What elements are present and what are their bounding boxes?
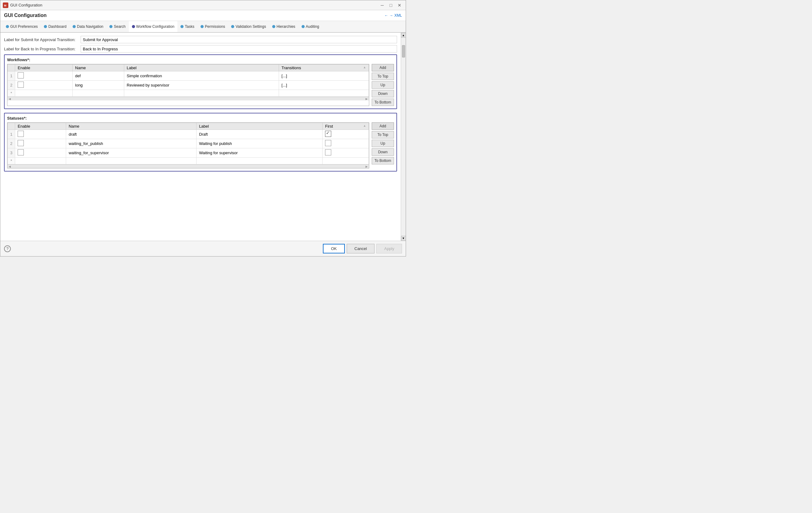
scroll-up-arrow[interactable]: ▲ [401, 33, 406, 38]
tab-search[interactable]: Search [106, 21, 128, 33]
workflows-row1-enable[interactable] [15, 72, 72, 81]
tab-dot-dashboard [44, 25, 47, 28]
statuses-col-first: First ▲ [323, 123, 369, 130]
statuses-row3-first-checkbox[interactable] [325, 149, 331, 155]
table-row: 1 draft Draft [8, 130, 369, 139]
workflows-grid-wrapper[interactable]: Enable Name Label Transiti [7, 64, 369, 106]
workflows-row2-checkbox[interactable] [18, 82, 24, 88]
tab-auditing[interactable]: Auditing [298, 21, 322, 33]
statuses-row3-name[interactable]: waiting_for_supervisor [66, 148, 197, 158]
workflows-horizontal-scrollbar[interactable]: ◀ ▶ [7, 97, 369, 101]
footer-bar: ? OK Cancel Apply [0, 241, 406, 256]
tab-validation-settings[interactable]: Validation Settings [228, 21, 269, 33]
statuses-table: Enable Name Label First [7, 123, 369, 164]
workflows-row1-name[interactable]: def [72, 72, 124, 81]
statuses-to-bottom-button[interactable]: To Bottom [372, 157, 394, 164]
nav-back-icon[interactable]: ← [384, 13, 388, 18]
workflows-section: Workflows*: Enable [4, 54, 397, 109]
tab-tasks[interactable]: Tasks [177, 21, 198, 33]
statuses-row2-checkbox[interactable] [18, 140, 24, 146]
tab-permissions[interactable]: Permissions [198, 21, 228, 33]
statuses-row3-first[interactable] [323, 148, 369, 158]
main-window: M GUI Configuration ─ □ ✕ GUI Configurat… [0, 0, 406, 256]
tab-hierarchies[interactable]: Hierarchies [269, 21, 298, 33]
statuses-row2-first-checkbox[interactable] [325, 140, 331, 146]
statuses-table-container: Enable Name Label First [7, 122, 394, 168]
nav-forward-icon[interactable]: → [389, 13, 393, 18]
xml-link[interactable]: XML [394, 13, 402, 18]
statuses-to-top-button[interactable]: To Top [372, 131, 394, 138]
workflows-row2-enable[interactable] [15, 81, 72, 90]
workflows-to-bottom-button[interactable]: To Bottom [372, 98, 394, 106]
statuses-row3-enable[interactable] [15, 148, 66, 158]
workflows-row1-num: 1 [8, 72, 15, 81]
statuses-row2-num: 2 [8, 139, 15, 148]
statuses-row1-label[interactable]: Draft [197, 130, 323, 139]
statuses-row3-checkbox[interactable] [18, 149, 24, 155]
main-scrollbar[interactable]: ▲ ▼ [401, 33, 406, 241]
workflows-up-button[interactable]: Up [372, 81, 394, 89]
workflows-row1-label[interactable]: Simple confirmation [124, 72, 279, 81]
close-button[interactable]: ✕ [396, 2, 403, 8]
table-row: * [8, 158, 369, 164]
minimize-button[interactable]: ─ [378, 2, 386, 8]
statuses-col-label: Label [197, 123, 323, 130]
title-bar: M GUI Configuration ─ □ ✕ [0, 0, 406, 10]
statuses-down-button[interactable]: Down [372, 148, 394, 156]
statuses-col-name: Name [66, 123, 197, 130]
tab-dot-auditing [301, 25, 304, 28]
statuses-row1-first[interactable] [323, 130, 369, 139]
workflows-col-rownum [8, 64, 15, 72]
statuses-row2-first[interactable] [323, 139, 369, 148]
statuses-scroll-right-icon: ▶ [366, 165, 368, 168]
tab-gui-preferences[interactable]: GUI Preferences [3, 21, 41, 33]
workflows-add-button[interactable]: Add [372, 64, 394, 72]
back-field-row: Label for Back to In Progress Transition… [4, 45, 397, 53]
statuses-title: Statuses*: [7, 116, 394, 120]
page-title: GUI Configuration [4, 13, 47, 18]
ok-button[interactable]: OK [323, 244, 345, 253]
statuses-horizontal-scrollbar[interactable]: ◀ ▶ [7, 164, 369, 168]
workflows-row1-transitions[interactable]: [...] [279, 72, 369, 81]
statuses-side-buttons: Add To Top Up Down To Bottom [372, 122, 394, 168]
workflows-row1-checkbox[interactable] [18, 72, 24, 79]
title-bar-controls: ─ □ ✕ [378, 2, 403, 8]
tab-workflow-configuration[interactable]: Workflow Configuration [129, 21, 178, 33]
tab-dashboard[interactable]: Dashboard [41, 21, 69, 33]
tabs-bar: GUI Preferences Dashboard Data Navigatio… [0, 21, 406, 33]
statuses-row2-enable[interactable] [15, 139, 66, 148]
statuses-row1-name[interactable]: draft [66, 130, 197, 139]
workflows-to-top-button[interactable]: To Top [372, 73, 394, 80]
submit-input[interactable] [81, 36, 397, 43]
back-input[interactable] [81, 45, 397, 53]
statuses-row3-label[interactable]: Waiting for supervisor [197, 148, 323, 158]
statuses-up-button[interactable]: Up [372, 140, 394, 147]
statuses-col-scroll-up: ▲ [363, 124, 366, 127]
scroll-thumb[interactable] [402, 45, 405, 57]
table-row: * [8, 90, 369, 97]
scroll-left-icon: ◀ [9, 97, 11, 101]
statuses-row1-enable[interactable] [15, 130, 66, 139]
workflows-title: Workflows*: [7, 57, 394, 62]
tab-dot-hierarchies [272, 25, 275, 28]
statuses-row1-checkbox[interactable] [18, 131, 24, 137]
scroll-down-arrow[interactable]: ▼ [401, 236, 406, 241]
workflows-down-button[interactable]: Down [372, 90, 394, 97]
tab-data-navigation[interactable]: Data Navigation [69, 21, 106, 33]
statuses-add-button[interactable]: Add [372, 122, 394, 130]
statuses-row2-label[interactable]: Waiting for publish [197, 139, 323, 148]
statuses-grid-wrapper[interactable]: Enable Name Label First [7, 122, 369, 168]
apply-button[interactable]: Apply [376, 244, 402, 253]
table-row: 3 waiting_for_supervisor Waiting for sup… [8, 148, 369, 158]
table-row: 2 waiting_for_publish Waiting for publis… [8, 139, 369, 148]
workflows-row2-name[interactable]: long [72, 81, 124, 90]
tab-dot-tasks [180, 25, 183, 28]
workflows-row2-label[interactable]: Reviewed by supervisor [124, 81, 279, 90]
maximize-button[interactable]: □ [387, 2, 395, 8]
help-icon[interactable]: ? [4, 246, 11, 252]
cancel-button[interactable]: Cancel [347, 244, 375, 253]
statuses-row2-name[interactable]: waiting_for_publish [66, 139, 197, 148]
statuses-row1-first-checkbox[interactable] [325, 131, 331, 137]
workflows-row2-transitions[interactable]: [...] [279, 81, 369, 90]
statuses-row3-num: 3 [8, 148, 15, 158]
